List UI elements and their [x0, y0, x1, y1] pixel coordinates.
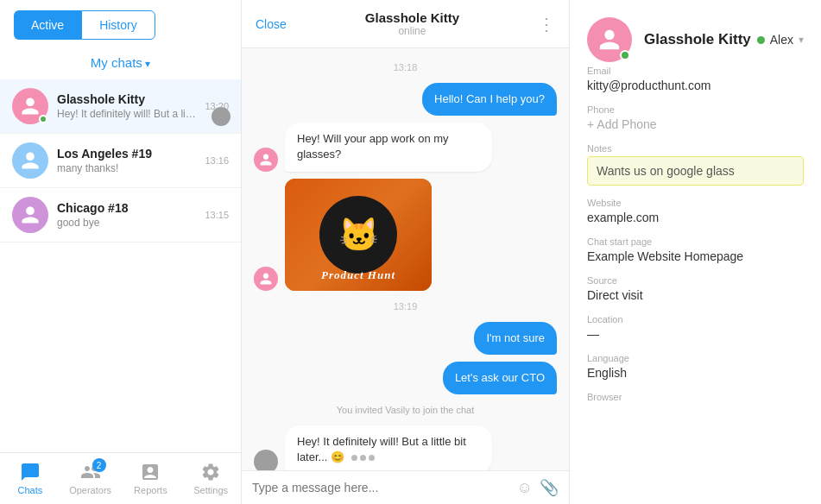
chat-preview: good bye: [57, 217, 198, 229]
message-row: Hello! Can I help you?: [254, 83, 557, 116]
info-label: Email: [587, 66, 804, 76]
info-row: Chat start page Example Website Homepage: [587, 236, 804, 263]
info-row: Browser: [587, 392, 804, 402]
message-row: 13:19: [254, 301, 557, 312]
my-chats-label[interactable]: My chats: [91, 55, 150, 70]
contact-avatar: [587, 17, 632, 62]
avatar: [12, 142, 48, 179]
message-row: I'm not sure: [254, 322, 557, 355]
visitor-message: Hey! Will your app work on my glasses?: [285, 123, 492, 171]
chat-name: Chicago #18: [57, 201, 198, 215]
info-value: example.com: [587, 211, 804, 224]
info-value: English: [587, 366, 804, 380]
info-value: Example Website Homepage: [587, 249, 804, 263]
online-dot: [39, 115, 47, 123]
message-row: 13:18: [254, 62, 557, 72]
info-row: Email kitty@producthunt.com: [587, 66, 804, 92]
tab-bar: Active History: [0, 0, 241, 50]
chat-time: 13:15: [205, 210, 229, 220]
more-button[interactable]: ⋮: [538, 14, 555, 35]
nav-item-reports[interactable]: Reports: [121, 453, 181, 504]
system-message: You invited Vasily to join the chat: [337, 405, 475, 415]
info-row: Website example.com: [587, 198, 804, 224]
info-row: Phone + Add Phone: [587, 104, 804, 131]
operator-message: Hello! Can I help you?: [422, 83, 557, 116]
nav-label: Chats: [18, 485, 43, 495]
chat-info: Chicago #18 good bye: [57, 201, 198, 229]
chat-item[interactable]: Glasshole Kitty Hey! It definitely will!…: [0, 79, 241, 134]
messages-area: 13:18Hello! Can I help you? Hey! Will yo…: [242, 48, 569, 470]
visitor-avatar: [254, 267, 278, 291]
close-button[interactable]: Close: [256, 17, 287, 31]
settings-icon: [200, 462, 221, 482]
reports-icon: [140, 462, 161, 482]
agent-message: Hey! It definitely will! But a little bi…: [285, 425, 492, 470]
nav-icon-wrap: [140, 462, 161, 482]
nav-item-chats[interactable]: Chats: [0, 453, 60, 504]
info-label: Location: [587, 314, 804, 324]
chat-name: Los Angeles #19: [57, 147, 198, 161]
nav-icon-wrap: [20, 462, 41, 482]
info-row: Language English: [587, 353, 804, 380]
chat-name: Glasshole Kitty: [57, 92, 198, 106]
chat-item[interactable]: Los Angeles #19 many thanks! 13:16: [0, 134, 241, 188]
agent-avatar: [254, 450, 278, 470]
chat-preview: Hey! It definitely will! But a little bi…: [57, 108, 198, 120]
info-row: Notes Wants us on google glass: [587, 143, 804, 186]
message-row: Let's ask our CTO: [254, 362, 557, 394]
header-chat-name: Glasshole Kitty: [287, 10, 538, 25]
message-row: You invited Vasily to join the chat: [254, 401, 557, 419]
chat-item[interactable]: Chicago #18 good bye 13:15: [0, 188, 241, 243]
header-status: online: [287, 25, 538, 37]
info-fields: Email kitty@producthunt.com Phone + Add …: [587, 66, 804, 414]
operator-online-dot: [757, 36, 765, 44]
badge: 2: [92, 458, 106, 472]
chats-icon: [20, 462, 41, 482]
message-row: Hey! It definitely will! But a little bi…: [254, 425, 557, 470]
notes-value[interactable]: Wants us on google glass: [587, 156, 804, 186]
nav-label: Operators: [69, 485, 111, 495]
message-input-area: ☺ 📎: [242, 470, 569, 504]
tab-active[interactable]: Active: [14, 10, 81, 40]
info-label: Website: [587, 198, 804, 208]
nav-label: Reports: [134, 485, 167, 495]
nav-item-settings[interactable]: Settings: [180, 453, 241, 504]
attachment-icon[interactable]: 📎: [540, 478, 559, 497]
avatar: [12, 88, 48, 124]
info-value: + Add Phone: [587, 117, 804, 131]
operator-message: I'm not sure: [474, 322, 557, 355]
left-panel: Active History My chats Glasshole Kitty …: [0, 0, 242, 504]
nav-label: Settings: [193, 485, 228, 495]
agent-avatar: [212, 107, 231, 126]
info-label: Source: [587, 275, 804, 286]
nav-icon-wrap: [200, 462, 221, 482]
info-label: Language: [587, 353, 804, 363]
message-row: Hey! Will your app work on my glasses?: [254, 123, 557, 171]
my-chats-header: My chats: [0, 50, 241, 79]
contact-online-dot: [620, 50, 630, 60]
info-label: Chat start page: [587, 236, 804, 247]
tab-history[interactable]: History: [81, 10, 155, 40]
chat-time: 13:16: [205, 155, 229, 166]
operator-name: Alex: [770, 33, 793, 47]
middle-panel: Close Glasshole Kitty online ⋮ 13:18Hell…: [242, 0, 570, 504]
bottom-nav: Chats 2 Operators Reports Settings: [0, 452, 241, 504]
info-label: Phone: [587, 104, 804, 115]
message-input[interactable]: [252, 481, 510, 495]
chevron-down-icon[interactable]: ▾: [799, 34, 804, 46]
info-row: Source Direct visit: [587, 275, 804, 302]
info-value: Direct visit: [587, 288, 804, 302]
chat-list: Glasshole Kitty Hey! It definitely will!…: [0, 79, 241, 452]
nav-item-operators[interactable]: 2 Operators: [60, 453, 121, 504]
contact-name: Glasshole Kitty: [644, 31, 751, 48]
info-label: Browser: [587, 392, 804, 402]
chat-header: Close Glasshole Kitty online ⋮: [242, 0, 569, 48]
emoji-icon[interactable]: ☺: [517, 479, 533, 497]
nav-icon-wrap: 2: [80, 462, 101, 482]
avatar: [12, 197, 48, 233]
info-value: kitty@producthunt.com: [587, 79, 804, 92]
info-row: Location —: [587, 314, 804, 341]
image-message: 🐱 Product Hunt: [285, 179, 432, 291]
operator-info: Alex ▾: [757, 33, 804, 47]
info-value: —: [587, 327, 804, 341]
